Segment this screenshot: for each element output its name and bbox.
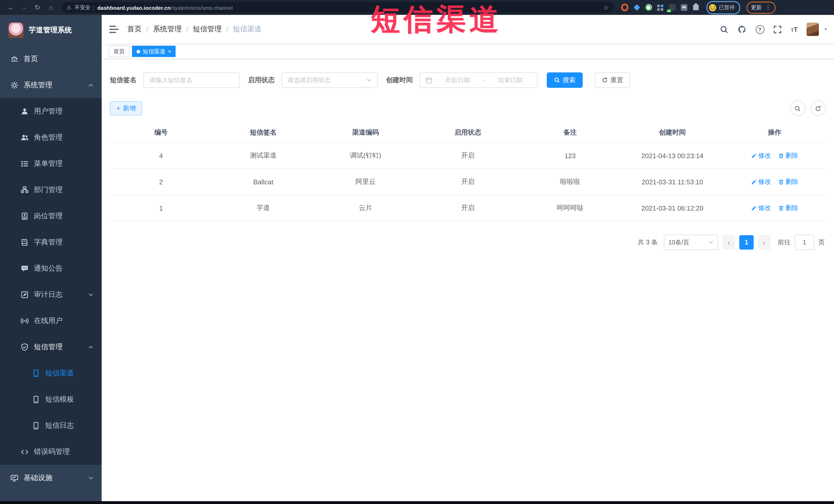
delete-link[interactable]: 删除 <box>778 151 798 160</box>
sidebar-item-8[interactable]: 通知公告 <box>0 255 102 281</box>
next-page-button[interactable]: › <box>758 235 771 249</box>
sidebar-item-11[interactable]: 短信管理 <box>0 334 102 360</box>
notice-icon <box>21 264 29 272</box>
date-range-picker[interactable]: 开始日期 - 结束日期 <box>419 72 537 88</box>
dict-book-icon <box>21 238 29 246</box>
signature-input[interactable]: 请输入短信签名 <box>143 72 240 88</box>
breadcrumb-separator: / <box>186 25 189 34</box>
current-page[interactable]: 1 <box>739 235 754 249</box>
sidebar-item-5[interactable]: 部门管理 <box>0 177 102 203</box>
sidebar-item-0[interactable]: 首页 <box>0 46 102 72</box>
goto-page-input[interactable]: 1 <box>795 235 814 250</box>
sidebar-item-label: 通知公告 <box>34 264 63 273</box>
extension-icon-robot[interactable] <box>680 4 687 11</box>
tab-1[interactable]: 短信渠道× <box>132 46 176 57</box>
sidebar-item-3[interactable]: 角色管理 <box>0 124 102 151</box>
sidebar-item-9[interactable]: 审计日志 <box>0 281 102 308</box>
sidebar-item-13[interactable]: 短信模板 <box>0 386 102 412</box>
chevron-down-icon <box>88 292 93 297</box>
navbar-actions: ? TT ▾ <box>720 23 827 36</box>
breadcrumb-separator: / <box>226 25 228 34</box>
extension-icon-orange[interactable] <box>621 4 629 11</box>
edit-link[interactable]: 修改 <box>751 204 771 212</box>
github-icon[interactable] <box>738 25 747 34</box>
sidebar-item-4[interactable]: 菜单管理 <box>0 151 102 177</box>
refresh-icon[interactable] <box>810 101 826 116</box>
edit-link[interactable]: 修改 <box>751 151 771 160</box>
delete-link[interactable]: 删除 <box>778 177 798 186</box>
sidebar-item-15[interactable]: 错误码管理 <box>0 439 102 465</box>
pagination: 共 3 条 10条/页 ‹ 1 › 前往 1 页 <box>110 235 826 250</box>
sidebar-item-12[interactable]: 短信渠道 <box>0 360 102 386</box>
help-icon[interactable]: ? <box>755 25 764 34</box>
extension-icon-grid[interactable] <box>657 4 664 11</box>
sidebar-item-1[interactable]: 系统管理 <box>0 72 102 98</box>
cell-created: 2021-04-13 00:23:14 <box>621 143 723 169</box>
gear-icon <box>10 81 19 89</box>
sidebar-item-16[interactable]: 基础设施 <box>0 465 102 491</box>
font-size-icon[interactable]: TT <box>791 25 798 33</box>
extensions-area: on <box>621 4 699 11</box>
chevron-down-icon[interactable]: ▾ <box>825 27 827 32</box>
toggle-search-icon[interactable] <box>790 101 805 116</box>
breadcrumb-item-3: 短信渠道 <box>233 25 262 34</box>
filter-form: 短信签名 请输入短信签名 启用状态 请选择启用状态 创建时间 开始日期 - 结束… <box>110 72 826 88</box>
total-count: 共 3 条 <box>638 238 658 247</box>
reload-icon[interactable]: ↻ <box>32 2 43 13</box>
reset-button[interactable]: 重置 <box>595 72 630 88</box>
table-toolbar: + 新增 <box>110 101 826 116</box>
forward-icon[interactable]: → <box>19 2 30 13</box>
add-button[interactable]: + 新增 <box>110 101 142 115</box>
start-date-input[interactable]: 开始日期 <box>436 76 479 85</box>
sidebar-item-7[interactable]: 字典管理 <box>0 229 102 255</box>
breadcrumb-item-1[interactable]: 系统管理 <box>153 25 182 34</box>
tab-0[interactable]: 首页 <box>109 46 129 57</box>
cell-signature: Ballcat <box>212 169 314 195</box>
status-select[interactable]: 请选择启用状态 <box>281 72 378 88</box>
logo-row[interactable]: 芋道管理系统 <box>0 15 102 46</box>
extension-icon-green[interactable] <box>645 4 652 11</box>
post-badge-icon <box>21 212 29 220</box>
breadcrumb-item-0[interactable]: 首页 <box>127 25 142 34</box>
chevron-down-icon <box>367 78 372 83</box>
role-icon <box>21 133 29 141</box>
menu-kebab-icon[interactable]: ⋮ <box>765 4 771 11</box>
back-icon[interactable]: ← <box>5 2 17 13</box>
phone-icon <box>32 421 40 430</box>
sidebar-item-14[interactable]: 短信日志 <box>0 412 102 439</box>
sidebar-item-10[interactable]: 在线用户 <box>0 308 102 334</box>
breadcrumb-item-2[interactable]: 短信管理 <box>193 25 222 34</box>
home-icon[interactable]: ⌂ <box>45 2 57 13</box>
search-icon[interactable] <box>720 25 729 34</box>
user-avatar[interactable] <box>807 23 819 36</box>
end-date-input[interactable]: 结束日期 <box>489 76 531 85</box>
page-size-select[interactable]: 10条/页 <box>664 235 718 250</box>
sidebar-item-6[interactable]: 岗位管理 <box>0 203 102 229</box>
hamburger-icon[interactable] <box>109 24 119 35</box>
browser-update-button[interactable]: 更新 ⋮ <box>746 1 775 14</box>
sidebar-item-2[interactable]: 用户管理 <box>0 98 102 124</box>
extension-icon-blue[interactable] <box>633 4 640 11</box>
bookmark-star-icon[interactable]: ☆ <box>603 4 609 11</box>
table-row: 2Ballcat阿里云开启啦啦啦2021-03-31 11:53:10修改删除 <box>110 169 826 195</box>
url-bar[interactable]: ⚠ 不安全 dashboard.yudao.iocoder.cn/system/… <box>62 2 614 13</box>
cell-signature: 芋道 <box>212 195 314 221</box>
search-button[interactable]: 搜索 <box>547 72 583 88</box>
url-host: dashboard.yudao.iocoder.cn <box>97 4 171 10</box>
browser-toolbar: ← → ↻ ⌂ ⚠ 不安全 dashboard.yudao.iocoder.cn… <box>0 0 834 15</box>
column-header-4: 备注 <box>519 123 621 143</box>
fullscreen-icon[interactable] <box>773 25 782 34</box>
security-label: 不安全 <box>74 4 91 11</box>
logo-avatar <box>8 23 24 38</box>
puzzle-icon[interactable] <box>692 4 699 11</box>
browser-profile-chip[interactable]: 已暂停 <box>706 1 740 14</box>
close-icon[interactable]: × <box>168 48 171 54</box>
prev-page-button[interactable]: ‹ <box>722 235 735 249</box>
column-header-1: 短信签名 <box>212 123 314 143</box>
cell-remark: 啦啦啦 <box>519 169 621 195</box>
delete-link[interactable]: 删除 <box>778 204 798 212</box>
extension-icon-on[interactable]: on <box>668 4 676 11</box>
column-header-2: 渠道编码 <box>314 123 417 143</box>
edit-link[interactable]: 修改 <box>751 177 771 186</box>
cell-id: 1 <box>110 195 212 221</box>
